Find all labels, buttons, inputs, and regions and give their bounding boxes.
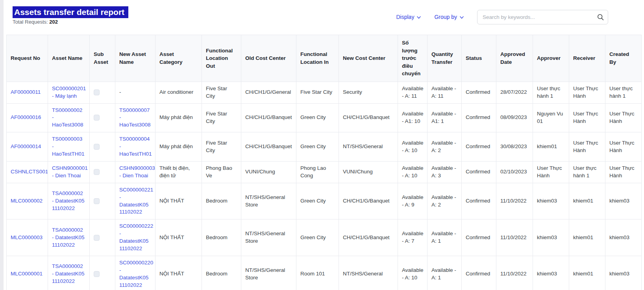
approver-text: khiem03 xyxy=(537,271,557,277)
cell-functional-location-out: Phong Bao Ve xyxy=(202,161,241,183)
cell-receiver: User Thực Hành xyxy=(569,132,605,162)
cell-approved-date: 08/09/2023 xyxy=(496,103,533,132)
display-dropdown[interactable]: Display xyxy=(396,14,421,20)
functional-location-out-text: Phong Bao Ve xyxy=(206,165,232,178)
cell-asset-name: TS00000002 - HaoTest3008 xyxy=(48,103,90,132)
approved-date-text: 30/08/2023 xyxy=(500,143,527,149)
asset-name-link[interactable]: SC000000201 - Máy lạnh xyxy=(52,86,86,99)
sub-asset-checkbox[interactable] xyxy=(94,169,100,175)
cell-approver: User Thực Hành xyxy=(533,161,569,183)
new-cost-center-text: VUNI/Chung xyxy=(343,169,373,175)
cell-request-no: AF00000014 xyxy=(7,132,48,162)
group-by-dropdown[interactable]: Group by xyxy=(434,14,464,20)
search-input[interactable] xyxy=(477,10,608,24)
cell-sub-asset xyxy=(90,132,115,162)
qty-before-transfer-text: Available - A: 10 xyxy=(402,140,424,153)
approver-text: User Thực Hành xyxy=(537,165,562,178)
new-asset-name-link[interactable]: TS00000007 - HaoTest3008 xyxy=(119,107,151,128)
status-text: Confirmed xyxy=(466,114,490,120)
cell-qty-before-transfer: Available - A: 9 xyxy=(398,183,427,219)
column-header-functional-location-out: Functional Location Out xyxy=(202,35,241,82)
cell-functional-location-out: Bedroom xyxy=(202,256,241,290)
new-asset-name-link[interactable]: SC000000221 - DatatestK05 11102022 xyxy=(119,187,153,215)
column-header-status: Status xyxy=(462,35,496,82)
receiver-text: khiem01 xyxy=(573,271,593,277)
cell-receiver: User Thực Hành xyxy=(569,82,605,103)
new-asset-name-link[interactable]: TS00000004 - HaoTestTH01 xyxy=(119,136,152,157)
cell-request-no: MLC0000002 xyxy=(7,183,48,219)
asset-name-link[interactable]: TSA0000002 - DatatestK05 11102022 xyxy=(52,190,85,211)
cell-status: Confirmed xyxy=(462,82,496,103)
receiver-text: User Thực Hành xyxy=(573,140,598,153)
old-cost-center-text: CH/CH1/G/Banquet xyxy=(245,143,292,149)
column-header-request-no: Request No xyxy=(7,35,48,82)
cell-quantity-transfer: Available - A: 1 xyxy=(427,219,462,256)
search-icon[interactable] xyxy=(597,14,604,20)
created-by-text: User Thực Hành xyxy=(609,111,635,124)
page-title: Assets transfer detail report xyxy=(13,7,128,17)
old-cost-center-text: NT/SHS/General Store xyxy=(245,194,285,208)
sub-asset-checkbox[interactable] xyxy=(94,198,100,204)
new-asset-name-link[interactable]: CSHN9000003 - Dien Thoai xyxy=(119,165,155,178)
cell-functional-location-in: Green City xyxy=(296,132,339,162)
column-header-qty-before-transfer: Số lượng trước điều chuyển xyxy=(398,35,427,82)
cell-receiver: khiem01 xyxy=(569,183,605,219)
cell-new-asset-name: SC000000221 - DatatestK05 11102022 xyxy=(115,183,155,219)
cell-functional-location-in: Green City xyxy=(296,183,339,219)
qty-before-transfer-text: Available - A: 9 xyxy=(402,194,424,208)
table-header-row: Request NoAsset NameSub AssetNew Asset N… xyxy=(7,35,642,82)
created-by-text: User Thực Hành xyxy=(609,140,635,153)
request-no-link[interactable]: MLC0000002 xyxy=(11,198,43,204)
cell-functional-location-out: Five Star City xyxy=(202,132,241,162)
asset-name-link[interactable]: TSA0000002 - DatatestK05 11102022 xyxy=(52,227,85,248)
new-asset-name-link[interactable]: SC000000222 - DatatestK05 11102022 xyxy=(119,223,153,251)
new-asset-name-link[interactable]: SC000000220 - DatatestK05 11102022 xyxy=(119,260,153,288)
report-table: Request NoAsset NameSub AssetNew Asset N… xyxy=(6,35,642,290)
request-no-link[interactable]: AF00000011 xyxy=(11,89,41,95)
created-by-text: khiem03 xyxy=(609,198,629,204)
qty-before-transfer-text: Available - A1: 10 xyxy=(402,111,424,124)
request-no-link[interactable]: CSHNLCTS001 xyxy=(11,169,48,175)
approver-text: Nguyen Vu 01 xyxy=(537,111,563,124)
functional-location-in-text: Green City xyxy=(300,114,326,120)
cell-request-no: CSHNLCTS001 xyxy=(7,161,48,183)
quantity-transfer-text: Available - A: 1 xyxy=(431,231,456,244)
cell-created-by: khiem03 xyxy=(605,183,642,219)
cell-sub-asset xyxy=(90,103,115,132)
cell-functional-location-out: Bedroom xyxy=(202,183,241,219)
asset-category-text: Air conditioner xyxy=(159,89,193,95)
cell-old-cost-center: CH/CH1/G/Banquet xyxy=(241,103,296,132)
cell-new-asset-name: - xyxy=(115,82,155,103)
cell-old-cost-center: NT/SHS/General Store xyxy=(241,183,296,219)
functional-location-out-text: Five Star City xyxy=(206,140,227,153)
sub-asset-checkbox[interactable] xyxy=(94,271,100,277)
approved-date-text: 08/09/2023 xyxy=(500,114,527,120)
cell-approver: khiem03 xyxy=(533,256,569,290)
old-cost-center-text: CH/CH1/G/General xyxy=(245,89,291,95)
cell-functional-location-in: Green City xyxy=(296,219,339,256)
asset-name-link[interactable]: TSA0000002 - DatatestK05 11102022 xyxy=(52,263,85,284)
sub-asset-checkbox[interactable] xyxy=(94,144,100,150)
functional-location-in-text: Green City xyxy=(300,198,326,204)
asset-name-link[interactable]: TS00000002 - HaoTest3008 xyxy=(52,107,83,128)
status-text: Confirmed xyxy=(466,271,490,277)
request-no-link[interactable]: MLC0000003 xyxy=(11,234,43,240)
cell-asset-name: TSA0000002 - DatatestK05 11102022 xyxy=(48,219,90,256)
asset-name-link[interactable]: TS00000003 - HaoTestTH01 xyxy=(52,136,85,157)
qty-before-transfer-text: Available - A: 10 xyxy=(402,267,424,281)
old-cost-center-text: VUNI/Chung xyxy=(245,169,275,175)
column-header-sub-asset: Sub Asset xyxy=(90,35,115,82)
sub-asset-checkbox[interactable] xyxy=(94,89,100,95)
sub-asset-checkbox[interactable] xyxy=(94,115,100,121)
asset-name-link[interactable]: CSHN9000001 - Dien Thoai xyxy=(52,165,88,178)
sub-asset-checkbox[interactable] xyxy=(94,235,100,241)
cell-functional-location-in: Five Star City xyxy=(296,82,339,103)
request-no-link[interactable]: MLC0000001 xyxy=(11,271,43,277)
functional-location-out-text: Five Star City xyxy=(206,86,227,99)
functional-location-in-text: Room 101 xyxy=(300,271,325,277)
request-no-link[interactable]: AF00000014 xyxy=(11,143,41,149)
request-no-link[interactable]: AF00000016 xyxy=(11,114,41,120)
cell-quantity-transfer: Available - A: 2 xyxy=(427,183,462,219)
column-header-asset-category: Asset Category xyxy=(155,35,202,82)
cell-status: Confirmed xyxy=(462,103,496,132)
